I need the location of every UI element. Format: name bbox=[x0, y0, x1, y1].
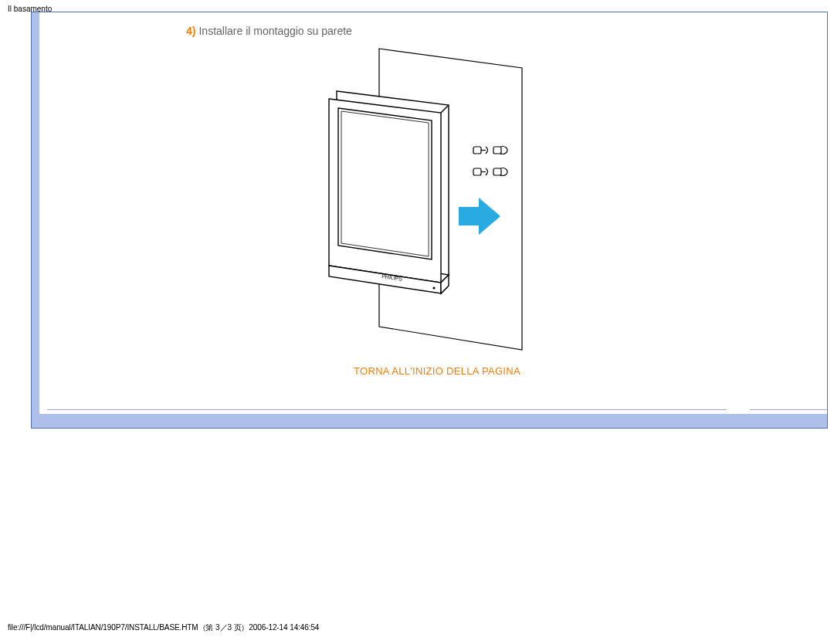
content-frame: 4) Installare il montaggio su parete bbox=[31, 12, 828, 429]
monitor-button-icon bbox=[432, 286, 435, 289]
svg-rect-3 bbox=[493, 147, 501, 154]
back-to-top-link-wrap: TORNA ALL'INIZIO DELLA PAGINA bbox=[186, 365, 688, 377]
svg-rect-7 bbox=[493, 168, 501, 175]
wall-mount-illustration: PHILIPS bbox=[290, 45, 584, 358]
step-number: 4) bbox=[186, 25, 195, 37]
svg-rect-0 bbox=[473, 147, 481, 154]
monitor-shape bbox=[329, 91, 449, 293]
footer-file-path: file:///F|/lcd/manual/ITALIAN/190P7/INST… bbox=[8, 622, 319, 633]
step-content: 4) Installare il montaggio su parete bbox=[186, 12, 688, 398]
screw-icon bbox=[493, 168, 507, 176]
step-heading: 4) Installare il montaggio su parete bbox=[186, 12, 688, 37]
back-to-top-link[interactable]: TORNA ALL'INIZIO DELLA PAGINA bbox=[354, 365, 520, 377]
screw-icon bbox=[493, 147, 507, 154]
divider-line-right bbox=[750, 409, 827, 410]
svg-marker-10 bbox=[338, 108, 432, 259]
svg-rect-4 bbox=[473, 168, 481, 175]
step-text: Installare il montaggio su parete bbox=[198, 25, 351, 37]
figure-wall-mount: PHILIPS bbox=[186, 45, 688, 358]
divider-line bbox=[47, 409, 727, 410]
content-panel: 4) Installare il montaggio su parete bbox=[39, 12, 827, 414]
